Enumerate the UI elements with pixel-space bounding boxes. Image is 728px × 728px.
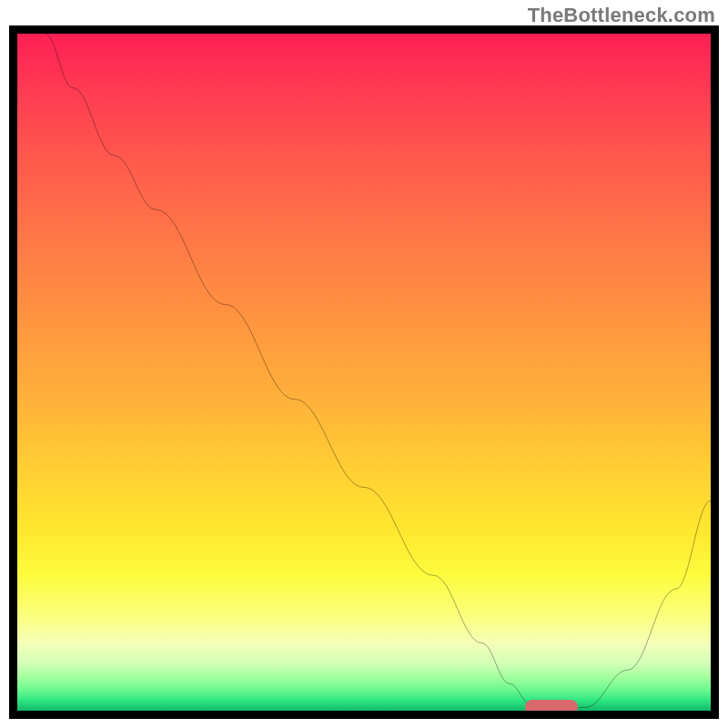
bottleneck-curve [17, 34, 711, 711]
plot-frame [9, 25, 719, 719]
watermark-text: TheBottleneck.com [528, 4, 715, 27]
chart-stage: TheBottleneck.com [0, 0, 728, 728]
plot-area [17, 34, 711, 711]
optimal-marker [525, 700, 578, 711]
